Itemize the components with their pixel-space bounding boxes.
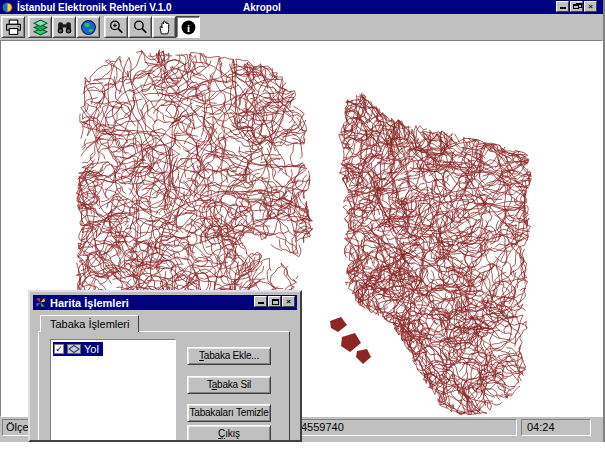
- svg-text:i: i: [187, 22, 190, 33]
- layer-list-item[interactable]: ✓ Yol: [53, 342, 103, 356]
- delete-layer-button[interactable]: Tabaka Sil: [187, 376, 271, 394]
- globe-icon: [80, 19, 97, 36]
- tab-tabaka-islemleri[interactable]: Tabaka İşlemleri: [40, 315, 139, 332]
- layers-button[interactable]: [28, 16, 52, 38]
- dialog-icon: [35, 297, 46, 308]
- exit-button[interactable]: Çıkış: [187, 425, 271, 442]
- world-button[interactable]: [76, 16, 100, 38]
- find-button[interactable]: [52, 16, 76, 38]
- window-subtitle: Akropol: [243, 2, 281, 13]
- layer-checkbox[interactable]: ✓: [54, 344, 64, 354]
- app-window: İstanbul Elektronik Rehberi V.1.0 Akropo…: [0, 0, 605, 442]
- layers-icon: [32, 19, 49, 36]
- app-icon: [2, 2, 13, 13]
- add-layer-button[interactable]: Tabaka Ekle...: [187, 347, 271, 365]
- layer-icon: [67, 344, 81, 354]
- dialog-titlebar[interactable]: Harita İşlemleri ×: [33, 295, 297, 310]
- map-operations-dialog: Harita İşlemleri × Tabaka İşlemleri ✓ Yo…: [28, 290, 302, 442]
- hand-icon: [156, 19, 173, 36]
- pan-button[interactable]: [152, 16, 176, 38]
- minimize-icon: [560, 7, 566, 9]
- dialog-minimize-button[interactable]: [254, 296, 267, 307]
- zoom-out-button[interactable]: [128, 16, 152, 38]
- maximize-icon: [272, 299, 279, 305]
- clock-panel: 04:24: [521, 419, 591, 436]
- info-button[interactable]: i: [176, 16, 200, 38]
- window-title: İstanbul Elektronik Rehberi V.1.0: [17, 2, 172, 13]
- dialog-close-button[interactable]: ×: [282, 296, 295, 307]
- close-button[interactable]: ×: [584, 1, 597, 12]
- minimize-button[interactable]: [556, 1, 569, 12]
- dialog-title: Harita İşlemleri: [50, 297, 129, 309]
- toolbar: i: [0, 14, 603, 40]
- print-button[interactable]: [1, 16, 25, 38]
- layer-label: Yol: [84, 343, 99, 355]
- printer-icon: [5, 19, 22, 36]
- zoom-in-icon: [108, 19, 125, 36]
- layer-listbox[interactable]: ✓ Yol: [50, 339, 176, 442]
- clear-layers-button[interactable]: Tabakaları Temizle: [187, 404, 271, 422]
- binoculars-icon: [56, 19, 73, 36]
- zoom-in-button[interactable]: [104, 16, 128, 38]
- restore-button[interactable]: [570, 1, 583, 12]
- dialog-maximize-button[interactable]: [268, 296, 281, 307]
- info-icon: i: [180, 19, 197, 36]
- titlebar: İstanbul Elektronik Rehberi V.1.0 Akropo…: [0, 0, 603, 14]
- minimize-icon: [258, 302, 264, 304]
- zoom-out-icon: [132, 19, 149, 36]
